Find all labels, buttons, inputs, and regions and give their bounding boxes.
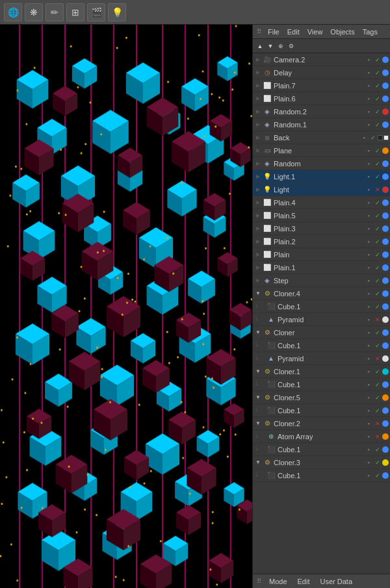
- expand-icon[interactable]: ▶: [254, 147, 262, 155]
- tab-userdata[interactable]: User Data: [318, 578, 356, 585]
- visible-check[interactable]: ✓: [373, 289, 382, 298]
- visible-check[interactable]: ✓: [373, 81, 382, 90]
- list-item[interactable]: ▶🎥Camera.2▪✓: [253, 53, 390, 66]
- tag-btn[interactable]: ▪: [364, 68, 373, 77]
- list-item[interactable]: └⬛Cube.1▪✓: [253, 300, 390, 313]
- list-item[interactable]: ▶◼Back▪✓: [253, 131, 390, 144]
- tab-mode[interactable]: Mode: [266, 578, 290, 585]
- expand-icon[interactable]: ▶: [254, 69, 262, 77]
- expand-icon[interactable]: ▶: [254, 160, 262, 168]
- tag-btn[interactable]: ▪: [364, 315, 373, 324]
- expand-icon[interactable]: ▶: [254, 225, 262, 233]
- list-item[interactable]: ▶⬜Plain.2▪✓: [253, 235, 390, 248]
- tag-btn[interactable]: ▪: [364, 380, 373, 389]
- expand-icon[interactable]: ▶: [254, 82, 262, 90]
- tag-btn[interactable]: ▪: [364, 419, 373, 428]
- list-item[interactable]: └⬛Cube.1▪✓: [253, 404, 390, 417]
- collapse-icon[interactable]: ▼: [254, 368, 262, 376]
- tag-btn[interactable]: ▪: [364, 328, 373, 337]
- collapse-icon[interactable]: ▼: [254, 459, 262, 467]
- list-item[interactable]: └⬛Cube.1▪✓: [253, 339, 390, 352]
- menu-edit[interactable]: Edit: [286, 28, 301, 36]
- list-item[interactable]: └▲Pyramid▪✕: [253, 352, 390, 365]
- list-item[interactable]: ▶◷Delay▪✓: [253, 66, 390, 79]
- expand-icon[interactable]: ▶: [254, 251, 262, 259]
- light-tool-icon[interactable]: 💡: [108, 3, 126, 21]
- menu-file[interactable]: File: [266, 28, 281, 36]
- expand-icon[interactable]: ▶: [254, 173, 262, 181]
- tag-btn[interactable]: ▪: [364, 94, 373, 103]
- visible-check[interactable]: ✓: [373, 94, 382, 103]
- expand-icon[interactable]: ▶: [254, 264, 262, 272]
- tag-btn[interactable]: ▪: [364, 146, 373, 155]
- list-item[interactable]: ▶⬜Plain.4▪✓: [253, 196, 390, 209]
- visible-check[interactable]: ✓: [373, 471, 382, 480]
- tab-edit[interactable]: Edit: [295, 578, 313, 585]
- settings-button[interactable]: ⚙: [287, 42, 296, 51]
- tag-btn[interactable]: ▪: [364, 289, 373, 298]
- tag-btn[interactable]: ▪: [364, 445, 373, 454]
- visible-check[interactable]: ✓: [369, 133, 378, 142]
- tag-btn[interactable]: ▪: [364, 406, 373, 415]
- tag-btn[interactable]: ▪: [364, 237, 373, 246]
- visible-check[interactable]: ✓: [373, 393, 382, 402]
- scatter-icon[interactable]: ❋: [25, 3, 43, 21]
- expand-icon[interactable]: ▶: [254, 134, 262, 142]
- visible-x[interactable]: ✕: [373, 354, 382, 363]
- visible-check[interactable]: ✓: [373, 263, 382, 272]
- list-item[interactable]: ▼⚙Cloner▪✓: [253, 326, 390, 339]
- visible-check[interactable]: ✓: [373, 198, 382, 207]
- visible-check[interactable]: ✓: [373, 237, 382, 246]
- list-item[interactable]: ▶◈Random▪✓: [253, 157, 390, 170]
- tag-btn[interactable]: ▪: [364, 224, 373, 233]
- tag-btn[interactable]: ▪: [364, 263, 373, 272]
- visible-check[interactable]: ✓: [373, 380, 382, 389]
- visible-check[interactable]: ✓: [373, 445, 382, 454]
- list-item[interactable]: ▶◈Step▪✓: [253, 274, 390, 287]
- visible-check[interactable]: ✓: [373, 211, 382, 220]
- visible-check[interactable]: ✓: [373, 224, 382, 233]
- new-object-button[interactable]: ⊕: [276, 42, 285, 51]
- expand-icon[interactable]: ▶: [254, 121, 262, 129]
- list-item[interactable]: └⬛Cube.1▪✓: [253, 469, 390, 482]
- list-item[interactable]: ▶💡Light.1▪✓: [253, 170, 390, 183]
- list-item[interactable]: └⊛Atom Array▪✕: [253, 430, 390, 443]
- menu-objects[interactable]: Objects: [329, 28, 356, 36]
- visible-check[interactable]: ✓: [373, 406, 382, 415]
- tag-btn[interactable]: ▪: [364, 302, 373, 311]
- list-item[interactable]: ▶⬜Plain▪✓: [253, 248, 390, 261]
- visible-check[interactable]: ✓: [373, 159, 382, 168]
- list-item[interactable]: ▼⚙Cloner.5▪✓: [253, 391, 390, 404]
- expand-icon[interactable]: ▶: [254, 95, 262, 103]
- world-icon[interactable]: 🌐: [4, 3, 22, 21]
- collapse-icon[interactable]: ▼: [254, 420, 262, 428]
- tag-btn[interactable]: ▪: [364, 107, 373, 116]
- camera-tool-icon[interactable]: 🎬: [87, 3, 105, 21]
- visible-check[interactable]: ✓: [373, 276, 382, 285]
- visible-check[interactable]: ✓: [373, 367, 382, 376]
- list-item[interactable]: ▶▭Plane▪✓: [253, 144, 390, 157]
- tag-btn[interactable]: ▪: [364, 120, 373, 129]
- tag-btn[interactable]: ▪: [364, 367, 373, 376]
- list-item[interactable]: ▶⬜Plain.1▪✓: [253, 261, 390, 274]
- tag-btn[interactable]: ▪: [364, 432, 373, 441]
- visible-check[interactable]: ✓: [373, 302, 382, 311]
- tag-btn[interactable]: ▪: [364, 198, 373, 207]
- list-item[interactable]: ▶⬜Plain.6▪✓: [253, 92, 390, 105]
- visible-check[interactable]: ✓: [373, 250, 382, 259]
- expand-icon[interactable]: ▶: [254, 56, 262, 64]
- collapse-icon[interactable]: ▼: [254, 290, 262, 298]
- expand-icon[interactable]: ▶: [254, 212, 262, 220]
- expand-icon[interactable]: ▶: [254, 186, 262, 194]
- list-item[interactable]: └⬛Cube.1▪✓: [253, 378, 390, 391]
- visible-check[interactable]: ✓: [373, 107, 382, 116]
- tag-btn[interactable]: ▪: [364, 393, 373, 402]
- grid-icon[interactable]: ⊞: [66, 3, 84, 21]
- visible-check[interactable]: ✓: [373, 120, 382, 129]
- visible-check[interactable]: ✓: [373, 55, 382, 64]
- tag-btn[interactable]: ▪: [364, 211, 373, 220]
- list-item[interactable]: ▼⚙Cloner.3▪✓: [253, 456, 390, 469]
- menu-view[interactable]: View: [306, 28, 324, 36]
- expand-icon[interactable]: ▶: [254, 277, 262, 285]
- move-up-button[interactable]: ▲: [255, 42, 265, 51]
